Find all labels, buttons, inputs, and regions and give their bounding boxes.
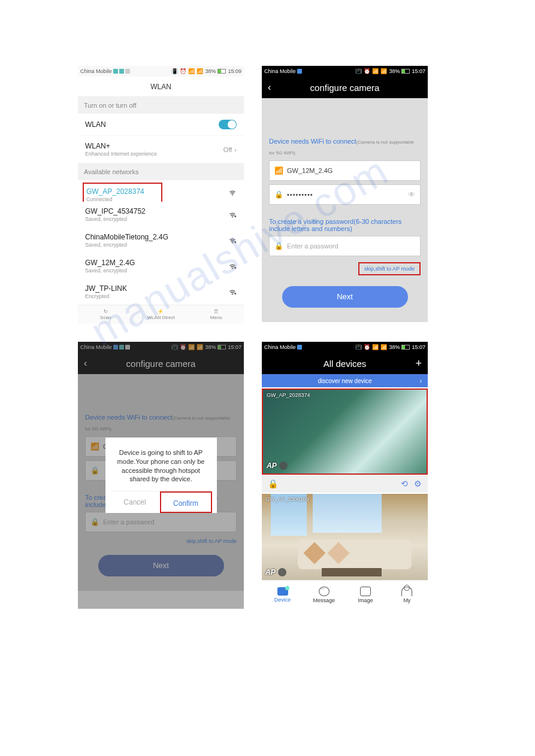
sim-icon	[113, 69, 118, 74]
camera-controls: 🔒 ⟲ ⚙	[262, 475, 428, 493]
camera-thumbnail[interactable]: GW_AP_3306109 AP	[262, 494, 428, 580]
page-title: All devices +	[262, 353, 428, 374]
bottom-bar: ↻Scan ⚡WLAN Direct ☰Menu	[78, 305, 244, 324]
cancel-button[interactable]: Cancel	[110, 491, 160, 513]
menu-button[interactable]: ☰Menu	[189, 305, 244, 324]
tab-image[interactable]: Image	[345, 581, 386, 609]
status-bar: China Mobile 📳⏰📶📶38%15:07	[262, 66, 428, 77]
status-bar: China Mobile 📳 ⏰ 📶 📶 38% 15:09	[78, 66, 244, 77]
signal-icon: 📶	[380, 68, 387, 74]
screenshot-wlan: China Mobile 📳 ⏰ 📶 📶 38% 15:09 WLAN Turn…	[78, 66, 244, 324]
sim-icon	[119, 69, 124, 74]
skip-ap-mode-link[interactable]: skip,shift to AP mode	[358, 262, 421, 275]
image-icon	[360, 587, 371, 596]
sim-icon	[297, 69, 302, 74]
alarm-icon: ⏰	[364, 68, 370, 74]
alarm-icon: ⏰	[364, 344, 370, 350]
chevron-right-icon: ›	[234, 146, 237, 153]
screenshot-all-devices: China Mobile 📳⏰📶📶38%15:07 All devices + …	[262, 342, 428, 609]
wifi-icon: 📶	[274, 166, 283, 175]
network-row[interactable]: ChinaMobileTietong_2.4GSaved, encrypted	[78, 227, 244, 253]
svg-rect-0	[234, 215, 236, 217]
vibrate-icon: 📳	[355, 344, 362, 350]
share-icon	[279, 462, 288, 470]
settings-icon[interactable]: ⚙	[414, 479, 422, 488]
network-row[interactable]: GW_IPC_4534752Saved, encrypted	[78, 202, 244, 227]
wifi-icon: 📶	[372, 344, 379, 350]
add-device-icon[interactable]: +	[415, 357, 422, 370]
hint-text: To create a visiting password(6-30 chara…	[269, 218, 421, 232]
menu-icon: ☰	[189, 309, 244, 314]
hint-text: Device needs WiFi to connect	[269, 138, 356, 145]
scan-icon: ↻	[78, 309, 133, 314]
svg-rect-1	[234, 241, 236, 243]
discover-banner[interactable]: discover new device ›	[262, 374, 428, 387]
confirm-button[interactable]: Confirm	[161, 493, 211, 514]
wifi-icon: 📶	[372, 68, 379, 74]
wifi-icon	[228, 190, 237, 196]
sim-icon	[125, 69, 130, 74]
lock-icon: 🔒	[274, 190, 283, 199]
dialog-message: Device is going to shift to AP mode.Your…	[110, 448, 212, 491]
signal-icon: 📶	[380, 344, 387, 350]
visiting-password-input[interactable]: 🔒 Enter a password	[269, 236, 421, 256]
wlan-direct-button[interactable]: ⚡WLAN Direct	[133, 305, 188, 324]
svg-rect-3	[234, 293, 236, 294]
profile-icon	[401, 587, 412, 596]
wlan-title: WLAN	[78, 77, 244, 97]
sim-icon	[297, 345, 302, 350]
wifi-lock-icon	[228, 212, 237, 218]
wifi-lock-icon	[228, 263, 237, 269]
tab-bar: Device Message Image My	[262, 580, 428, 609]
back-icon[interactable]: ‹	[268, 82, 271, 93]
status-bar: China Mobile 📳⏰📶📶38%15:07	[262, 342, 428, 353]
signal-icon: 📶	[197, 68, 203, 74]
wifi-password-input[interactable]: 🔒 ••••••••• 👁	[269, 184, 421, 205]
scan-button[interactable]: ↻Scan	[78, 305, 133, 324]
network-row[interactable]: JW_TP-LINKEncrypted	[78, 279, 244, 305]
eye-icon[interactable]: 👁	[408, 190, 415, 199]
message-icon	[319, 587, 330, 596]
tab-my[interactable]: My	[386, 581, 428, 609]
camera-thumbnail[interactable]: GW_AP_2028374 AP	[262, 388, 428, 475]
chevron-right-icon: ›	[420, 378, 422, 384]
direct-icon: ⚡	[133, 309, 188, 314]
confirm-dialog: Device is going to shift to AP mode.Your…	[105, 438, 217, 513]
next-button[interactable]: Next	[282, 286, 408, 308]
wlan-toggle-row[interactable]: WLAN	[78, 114, 244, 136]
wifi-lock-icon	[228, 238, 237, 244]
alarm-icon: ⏰	[180, 68, 186, 74]
device-icon	[277, 587, 288, 596]
camera-label: GW_AP_2028374	[267, 392, 310, 398]
share-icon	[278, 568, 286, 576]
tab-device[interactable]: Device	[262, 581, 303, 609]
vibrate-icon: 📳	[171, 68, 178, 74]
vibrate-icon: 📳	[355, 68, 362, 74]
battery-icon	[401, 345, 410, 350]
section-label: Available networks	[78, 163, 244, 180]
screenshot-configure-dialog: China Mobile 📳⏰📶📶38%15:07 ‹ configure ca…	[78, 342, 244, 609]
lock-icon[interactable]: 🔒	[268, 479, 278, 488]
lock-icon: 🔒	[274, 242, 283, 250]
wifi-lock-icon	[228, 289, 237, 295]
camera-label: GW_AP_3306109	[265, 496, 309, 502]
battery-icon	[217, 69, 226, 74]
ap-badge: AP	[267, 462, 288, 470]
wifi-ssid-input[interactable]: 📶 GW_12M_2.4G	[269, 160, 421, 181]
screenshot-configure: China Mobile 📳⏰📶📶38%15:07 ‹ configure ca…	[262, 66, 428, 324]
playback-icon[interactable]: ⟲	[401, 479, 408, 488]
page-title: ‹ configure camera	[262, 77, 428, 98]
svg-rect-2	[234, 267, 236, 269]
ap-badge: AP	[265, 568, 286, 576]
highlight-box: Confirm	[160, 491, 212, 513]
wlan-plus-row[interactable]: WLAN+Enhanced Internet experience Off›	[78, 136, 244, 163]
battery-icon	[401, 69, 410, 74]
network-row[interactable]: GW_12M_2.4GSaved, encrypted	[78, 253, 244, 279]
modal-overlay: Device is going to shift to AP mode.Your…	[78, 342, 244, 609]
section-label: Turn on or turn off	[78, 97, 244, 114]
wifi-icon: 📶	[188, 68, 195, 74]
tab-message[interactable]: Message	[303, 581, 344, 609]
wlan-toggle[interactable]	[219, 120, 237, 129]
